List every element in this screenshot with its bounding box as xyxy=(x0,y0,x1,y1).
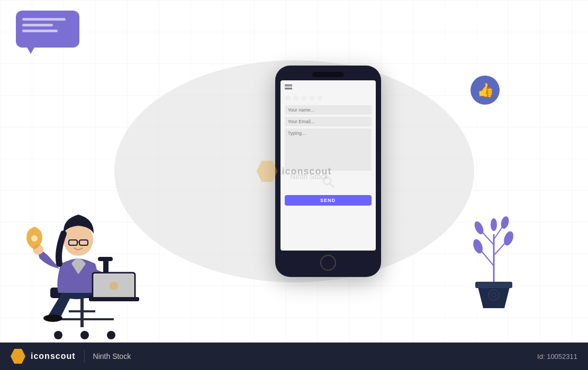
svg-line-34 xyxy=(482,232,494,245)
speech-line-2 xyxy=(22,24,53,26)
svg-point-25 xyxy=(323,177,331,184)
star-2: ☆ xyxy=(293,94,300,102)
footer-divider xyxy=(84,350,85,363)
smartphone: ☆ ☆ ☆ ☆ ☆ Your name... Your Email... Typ… xyxy=(275,66,381,277)
message-textarea[interactable]: Typing... xyxy=(285,128,372,171)
speech-bubble xyxy=(16,11,79,48)
svg-point-38 xyxy=(491,218,497,231)
svg-point-1 xyxy=(54,331,62,339)
thumbs-up-icon: 👍 xyxy=(477,82,494,98)
star-1: ☆ xyxy=(285,94,292,102)
svg-point-2 xyxy=(80,331,89,339)
stars-row: ☆ ☆ ☆ ☆ ☆ xyxy=(285,94,372,102)
speech-line-1 xyxy=(22,18,66,21)
phone-home-button[interactable] xyxy=(320,255,336,271)
person-svg xyxy=(11,177,159,340)
main-content: ☆ ☆ ☆ ☆ ☆ Your name... Your Email... Typ… xyxy=(0,0,588,343)
svg-point-19 xyxy=(110,282,118,290)
svg-rect-28 xyxy=(475,282,512,288)
phone-notch xyxy=(312,72,344,77)
star-5: ☆ xyxy=(316,94,323,102)
svg-point-12 xyxy=(43,314,62,322)
svg-marker-27 xyxy=(478,287,510,308)
svg-rect-10 xyxy=(98,257,113,261)
svg-point-3 xyxy=(107,331,115,339)
svg-point-21 xyxy=(64,224,93,256)
phone-screen: ☆ ☆ ☆ ☆ ☆ Your name... Your Email... Typ… xyxy=(281,80,376,251)
phone-watermark-icon xyxy=(320,174,336,190)
email-input[interactable]: Your Email... xyxy=(285,117,372,126)
plant-svg xyxy=(470,202,518,308)
speech-line-3 xyxy=(22,30,58,32)
svg-point-15 xyxy=(31,235,38,242)
svg-rect-20 xyxy=(89,297,139,301)
footer-id-text: Id: 10052311 xyxy=(537,353,577,360)
footer-logo-icon xyxy=(11,349,25,364)
thumbs-up-bubble: 👍 xyxy=(471,76,500,105)
send-button[interactable]: SEND xyxy=(285,195,372,206)
footer-bar: iconscout Ninth Stock Id: 10052311 xyxy=(0,343,588,370)
menu-icon xyxy=(285,85,372,89)
svg-line-30 xyxy=(481,250,494,266)
name-input[interactable]: Your name... xyxy=(285,105,372,115)
speech-lines xyxy=(16,11,79,40)
plant-illustration xyxy=(470,202,518,308)
star-3: ☆ xyxy=(301,94,307,102)
star-4: ☆ xyxy=(309,94,315,102)
svg-line-32 xyxy=(494,242,506,255)
svg-point-37 xyxy=(500,216,510,230)
footer-contributor-name: Ninth Stock xyxy=(93,352,131,360)
svg-line-26 xyxy=(330,183,334,188)
footer-brand-name: iconscout xyxy=(31,352,76,361)
person-illustration xyxy=(11,177,159,343)
svg-rect-4 xyxy=(80,298,84,327)
